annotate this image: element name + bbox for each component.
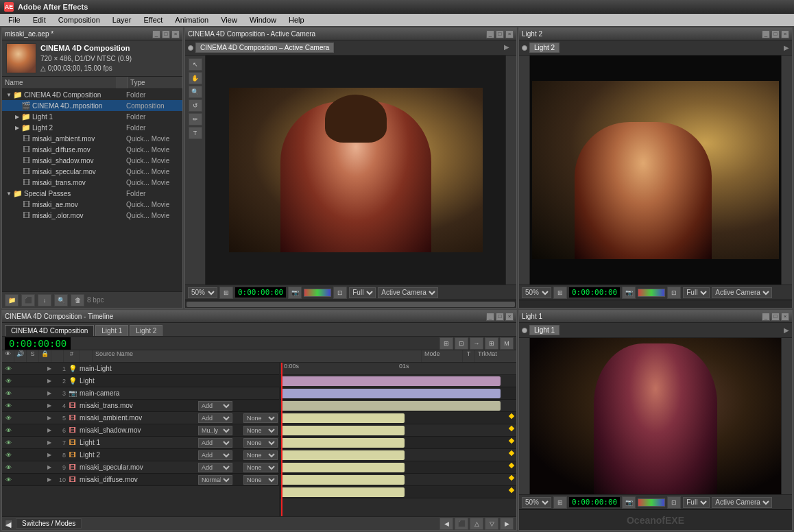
tl-bottom-tool5[interactable]: ▶ <box>500 518 514 530</box>
light2-quality-select[interactable]: Full <box>683 287 710 298</box>
track-expand-btn[interactable]: ▶ <box>45 389 54 398</box>
track-expand-btn[interactable]: ▶ <box>45 438 54 448</box>
track-solo-btn[interactable] <box>24 438 34 448</box>
tl-tool5[interactable]: M <box>500 337 514 350</box>
track-solo-btn[interactable] <box>24 450 34 460</box>
light2-scroll-right[interactable] <box>781 56 792 285</box>
track-lock-btn[interactable] <box>34 389 44 398</box>
track-solo-btn[interactable] <box>24 475 34 485</box>
light1-close-btn[interactable]: × <box>781 313 789 321</box>
track-eye-btn[interactable]: 👁 <box>3 475 13 485</box>
light2-minimize-btn[interactable]: _ <box>762 30 770 38</box>
track-solo-btn[interactable] <box>24 376 34 386</box>
track-lock-btn[interactable] <box>34 401 44 411</box>
playhead[interactable] <box>281 363 282 516</box>
viewer-options-icon[interactable]: ▶ <box>504 43 514 53</box>
track-solo-btn[interactable] <box>24 364 34 374</box>
track-eye-btn[interactable]: 👁 <box>3 426 13 435</box>
track-lock-btn[interactable] <box>34 364 44 374</box>
file-item[interactable]: 🎬CINEMA 4D..mpositionComposition <box>2 100 182 111</box>
file-list[interactable]: ▼📁CINEMA 4D CompositionFolder🎬CINEMA 4D.… <box>2 89 182 291</box>
track-mode-select[interactable]: Add <box>198 438 232 448</box>
light2-snap-btn[interactable]: 📷 <box>622 287 636 299</box>
light2-transparency-btn[interactable]: ⊡ <box>667 287 681 299</box>
file-item[interactable]: 🎞misaki_.olor.movQuick... Movie <box>2 210 182 221</box>
track-solo-btn[interactable] <box>24 413 34 423</box>
light2-sub-tab[interactable]: Light 2 <box>529 43 560 53</box>
track-eye-btn[interactable]: 👁 <box>3 450 13 460</box>
search-btn[interactable]: 🔍 <box>54 294 68 306</box>
comp-minimize-btn[interactable]: _ <box>486 30 494 38</box>
tl-tool3[interactable]: → <box>470 337 483 350</box>
new-comp-btn[interactable]: ⬛ <box>21 294 35 306</box>
track-lock-btn[interactable] <box>34 426 44 435</box>
viewer-scroll-right[interactable] <box>505 56 516 285</box>
track-expand-btn[interactable]: ▶ <box>45 475 54 485</box>
light1-snap-btn[interactable]: 📷 <box>622 496 636 509</box>
track-expand-btn[interactable]: ▶ <box>45 401 54 411</box>
track-audio-btn[interactable] <box>14 389 23 398</box>
timeline-bar-row[interactable] <box>280 375 516 387</box>
track-mode-select[interactable]: Add <box>198 463 232 472</box>
light2-scrollbar-bottom[interactable] <box>519 300 792 308</box>
light1-quality-select[interactable]: Full <box>683 497 710 508</box>
file-item[interactable]: ▶📁Light 1Folder <box>2 111 182 122</box>
light2-close-btn[interactable]: × <box>781 30 789 38</box>
timeline-minimize-btn[interactable]: _ <box>486 313 494 321</box>
track-eye-btn[interactable]: 👁 <box>3 364 13 374</box>
transparency-btn[interactable]: ⊡ <box>333 287 347 299</box>
tl-tool4[interactable]: ⊞ <box>485 337 498 350</box>
light1-minimize-btn[interactable]: _ <box>762 313 770 321</box>
menu-animation[interactable]: Animation <box>169 15 214 25</box>
comp-scrollbar-bottom[interactable] <box>185 300 516 308</box>
timeline-bar-row[interactable] <box>280 387 516 400</box>
light1-transparency-btn[interactable]: ⊡ <box>667 496 681 509</box>
track-audio-btn[interactable] <box>14 426 23 435</box>
timeline-bar-row[interactable] <box>280 412 516 424</box>
select-tool[interactable]: ↖ <box>189 58 202 71</box>
track-expand-btn[interactable]: ▶ <box>45 450 54 460</box>
track-expand-btn[interactable]: ▶ <box>45 426 54 435</box>
comp-maximize-btn[interactable]: □ <box>496 30 504 38</box>
menu-edit[interactable]: Edit <box>27 15 51 25</box>
file-item[interactable]: 🎞misaki_ambient.movQuick... Movie <box>2 133 182 144</box>
light1-options-icon[interactable]: ▶ <box>784 326 789 334</box>
delete-btn[interactable]: 🗑 <box>71 294 84 306</box>
file-item[interactable]: ▶📁Light 2Folder <box>2 122 182 133</box>
track-audio-btn[interactable] <box>14 475 23 485</box>
menu-help[interactable]: Help <box>283 15 310 25</box>
new-folder-btn[interactable]: 📁 <box>5 294 19 306</box>
rotate-tool[interactable]: ↺ <box>189 99 202 112</box>
text-tool[interactable]: T <box>189 127 202 139</box>
menu-effect[interactable]: Effect <box>138 15 168 25</box>
col-name-header[interactable]: Name <box>2 77 117 88</box>
timeline-tab-cinema-4d-composition[interactable]: CINEMA 4D Composition <box>5 325 94 336</box>
light2-camera-select[interactable]: Active Camera <box>712 287 772 298</box>
hand-tool[interactable]: ✋ <box>189 72 202 84</box>
track-expand-btn[interactable]: ▶ <box>45 364 54 374</box>
track-mode-select[interactable]: Add <box>198 413 232 423</box>
track-eye-btn[interactable]: 👁 <box>3 389 13 398</box>
close-btn[interactable]: × <box>171 30 180 38</box>
file-item[interactable]: 🎞misaki_specular.movQuick... Movie <box>2 166 182 177</box>
file-item[interactable]: 🎞misaki_ae.movQuick... Movie <box>2 199 182 210</box>
track-audio-btn[interactable] <box>14 401 23 411</box>
timeline-bar-row[interactable] <box>280 400 516 412</box>
light1-zoom-fit-btn[interactable]: ⊞ <box>553 496 567 509</box>
tl-transport-btn[interactable]: ◀ <box>5 520 13 528</box>
timeline-bar-row[interactable] <box>280 474 516 486</box>
track-mode-select[interactable]: Add <box>198 401 232 411</box>
comp-close-btn[interactable]: × <box>505 30 514 38</box>
timeline-tab-light-1[interactable]: Light 1 <box>95 325 128 336</box>
track-eye-btn[interactable]: 👁 <box>3 463 13 472</box>
track-eye-btn[interactable]: 👁 <box>3 413 13 423</box>
track-trkmat-select[interactable]: None <box>243 426 278 435</box>
track-expand-btn[interactable]: ▶ <box>45 413 54 423</box>
track-trkmat-select[interactable]: None <box>243 413 278 423</box>
menu-file[interactable]: File <box>3 15 26 25</box>
light1-camera-select[interactable]: Active Camera <box>712 497 772 508</box>
menu-composition[interactable]: Composition <box>53 15 106 25</box>
menu-layer[interactable]: Layer <box>107 15 137 25</box>
switches-btn[interactable]: Switches / Modes <box>16 518 82 529</box>
light1-color-channels[interactable] <box>638 498 665 507</box>
